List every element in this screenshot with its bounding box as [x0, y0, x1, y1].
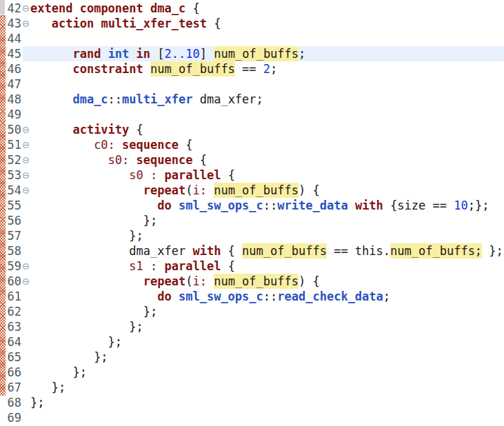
code-line[interactable]: 42extend component dma_c {	[0, 1, 504, 16]
line-number: 53	[6, 168, 21, 183]
code-line[interactable]: 64 };	[0, 334, 504, 349]
token-hl: num_of_buffs	[214, 183, 299, 197]
fold-column	[21, 228, 30, 243]
code-line[interactable]: 55 do sml_sw_ops_c::write_data with {siz…	[0, 198, 504, 213]
token-kw: sequence	[137, 153, 193, 167]
fold-column	[21, 319, 30, 334]
fold-column	[21, 61, 30, 77]
token-kw: parallel	[165, 168, 221, 182]
fold-collapse-icon[interactable]	[23, 263, 29, 270]
fold-collapse-icon[interactable]	[23, 278, 29, 285]
token-plain: {	[221, 259, 234, 273]
code-text: };	[30, 349, 504, 365]
code-text: };	[30, 380, 504, 395]
fold-collapse-icon[interactable]	[23, 157, 29, 163]
code-line[interactable]: 57 };	[0, 228, 504, 243]
code-line[interactable]: 58 dma_xfer with { num_of_buffs == this.…	[0, 243, 504, 258]
code-line[interactable]: 45 rand int in [2..10] num_of_buffs;	[0, 46, 504, 61]
code-line[interactable]: 46 constraint num_of_buffs == 2;	[0, 61, 504, 77]
code-line[interactable]: 47	[0, 77, 504, 92]
code-text: dma_c::multi_xfer dma_xfer;	[30, 92, 504, 107]
token-type: dma_c	[72, 92, 108, 106]
token-plain: ]	[200, 47, 214, 61]
code-line[interactable]: 52 s0: sequence {	[0, 152, 504, 168]
token-plain: };	[30, 396, 44, 409]
code-line[interactable]: 60 repeat(i: num_of_buffs) {	[0, 274, 504, 289]
token-plain: };	[129, 229, 143, 243]
token-plain: };	[482, 244, 503, 258]
line-number: 65	[6, 349, 21, 365]
code-line[interactable]: 43 action multi_xfer_test {	[0, 16, 504, 31]
token-plain: ;	[299, 47, 305, 61]
code-line[interactable]: 48 dma_c::multi_xfer dma_xfer;	[0, 92, 504, 107]
token-num: 2	[263, 62, 270, 76]
token-plain: ) {	[299, 183, 320, 197]
fold-column	[21, 198, 30, 213]
token-plain	[101, 47, 108, 61]
line-number: 63	[6, 319, 21, 334]
token-plain	[143, 62, 150, 76]
code-line[interactable]: 67 };	[0, 380, 504, 395]
fold-collapse-icon[interactable]	[23, 172, 29, 179]
token-plain: ;};	[468, 199, 490, 212]
fold-column	[21, 274, 30, 289]
token-hl: num_of_buffs	[214, 47, 299, 61]
code-editor[interactable]: 42extend component dma_c {43 action mult…	[0, 0, 504, 426]
token-plain	[157, 259, 164, 273]
line-number: 58	[6, 243, 21, 258]
code-text: dma_xfer with { num_of_buffs == this.num…	[30, 243, 504, 258]
fold-column	[21, 243, 30, 258]
code-text: };	[30, 395, 504, 410]
token-kw: rand	[72, 47, 101, 61]
line-number: 64	[6, 334, 21, 349]
code-line[interactable]: 56 };	[0, 213, 504, 228]
code-text: s0 : parallel {	[30, 168, 504, 183]
token-type: sml_sw_ops_c	[179, 290, 263, 303]
code-line[interactable]: 66 };	[0, 365, 504, 380]
code-line[interactable]: 50 activity {	[0, 122, 504, 137]
line-number: 54	[6, 183, 21, 198]
token-plain: {size ==	[383, 199, 454, 212]
token-plain: {	[221, 244, 242, 258]
fold-collapse-icon[interactable]	[23, 127, 29, 133]
code-line[interactable]: 59 s1 : parallel {	[0, 258, 504, 274]
code-text: action multi_xfer_test {	[30, 16, 504, 31]
token-plain: {	[207, 17, 221, 30]
code-line[interactable]: 62 };	[0, 304, 504, 319]
fold-collapse-icon[interactable]	[23, 187, 29, 194]
code-line[interactable]: 44	[0, 31, 504, 46]
fold-collapse-icon[interactable]	[23, 142, 29, 148]
line-number: 55	[6, 198, 21, 213]
line-number: 47	[6, 77, 21, 92]
line-number: 66	[6, 365, 21, 380]
fold-collapse-icon[interactable]	[23, 6, 29, 12]
code-line[interactable]: 61 do sml_sw_ops_c::read_check_data;	[0, 289, 504, 304]
token-kw: in	[137, 47, 150, 61]
line-number: 45	[6, 46, 21, 61]
code-text: do sml_sw_ops_c::write_data with {size =…	[30, 198, 504, 213]
token-hl: num_of_buffs	[242, 244, 327, 258]
code-line[interactable]: 49	[0, 107, 504, 122]
code-line[interactable]: 51 c0: sequence {	[0, 137, 504, 152]
code-text: };	[30, 228, 504, 243]
fold-collapse-icon[interactable]	[23, 21, 29, 27]
code-line[interactable]: 53 s0 : parallel {	[0, 168, 504, 183]
token-label: c0:	[94, 138, 115, 152]
fold-column	[21, 168, 30, 183]
line-number: 59	[6, 258, 21, 274]
fold-column	[21, 380, 30, 395]
line-number: 48	[6, 92, 21, 107]
token-kw: extend	[30, 1, 72, 15]
code-line[interactable]: 69	[0, 410, 504, 425]
token-plain	[94, 17, 101, 30]
code-line[interactable]: 68};	[0, 395, 504, 410]
token-plain: };	[108, 335, 122, 349]
code-line[interactable]: 65 };	[0, 349, 504, 365]
token-label: s0:	[108, 153, 130, 167]
token-kw: multi_xfer_test	[101, 17, 207, 30]
token-plain	[348, 199, 355, 212]
code-text: extend component dma_c {	[30, 1, 504, 16]
code-line[interactable]: 63 };	[0, 319, 504, 334]
code-line[interactable]: 54 repeat(i: num_of_buffs) {	[0, 183, 504, 198]
fold-column	[21, 77, 30, 92]
